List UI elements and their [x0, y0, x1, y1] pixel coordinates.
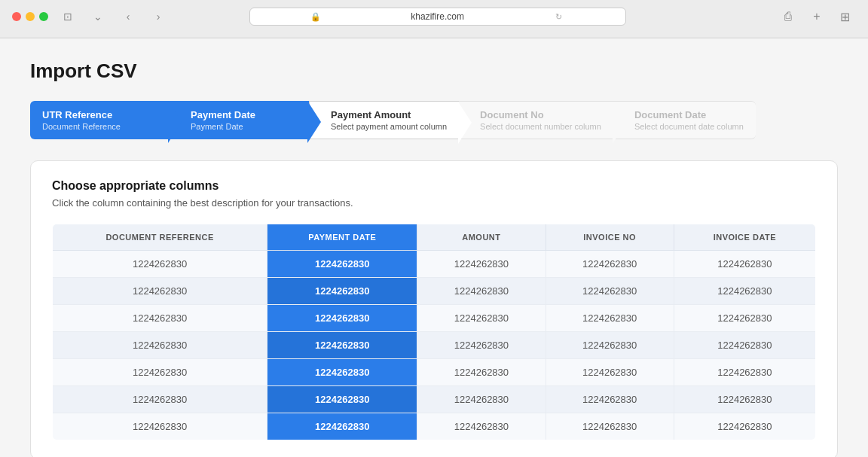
reload-icon[interactable]: ↻ — [500, 12, 617, 22]
card-title: Choose appropriate columns — [52, 179, 816, 193]
table-row: 1224262830122426283012242628301224262830… — [53, 278, 816, 305]
cell-r3-c3: 1224262830 — [546, 332, 674, 359]
table-row: 1224262830122426283012242628301224262830… — [53, 251, 816, 278]
step-label-payment-amount: Payment Amount — [331, 109, 447, 120]
card-subtitle: Click the column containing the best des… — [52, 197, 816, 209]
cell-r3-c1: 1224262830 — [267, 332, 417, 359]
step-sub-document-date: Select document date column — [634, 122, 744, 131]
cell-r0-c3: 1224262830 — [546, 251, 674, 278]
forward-button[interactable]: › — [148, 8, 169, 25]
stepper: UTR ReferenceDocument ReferencePayment D… — [30, 101, 838, 139]
table-row: 1224262830122426283012242628301224262830… — [53, 305, 816, 332]
content-card: Choose appropriate columns Click the col… — [30, 160, 838, 457]
cell-r1-c4: 1224262830 — [674, 278, 815, 305]
cell-r2-c4: 1224262830 — [674, 305, 815, 332]
close-button[interactable] — [12, 12, 21, 21]
cell-r3-c2: 1224262830 — [417, 332, 546, 359]
address-bar[interactable]: 🔒 khazifire.com ↻ — [249, 8, 626, 26]
page-title: Import CSV — [30, 59, 838, 83]
col-header-doc-ref[interactable]: DOCUMENT REFERENCE — [53, 224, 267, 251]
cell-r6-c2: 1224262830 — [417, 413, 546, 440]
cell-r2-c0: 1224262830 — [53, 305, 267, 332]
cell-r4-c3: 1224262830 — [546, 359, 674, 386]
cell-r4-c1: 1224262830 — [267, 359, 417, 386]
cell-r5-c0: 1224262830 — [53, 386, 267, 413]
fullscreen-button[interactable] — [39, 12, 48, 21]
step-sub-document-no: Select document number column — [480, 122, 601, 131]
step-label-payment-date: Payment Date — [191, 109, 297, 120]
browser-chrome: ⊡ ⌄ ‹ › 🔒 khazifire.com ↻ ⎙ + ⊞ — [0, 0, 868, 38]
tab-grid-button[interactable]: ⊞ — [835, 8, 856, 25]
step-sub-payment-amount: Select payment amount column — [331, 122, 447, 131]
share-button[interactable]: ⎙ — [778, 8, 799, 25]
cell-r4-c4: 1224262830 — [674, 359, 815, 386]
cell-r6-c0: 1224262830 — [53, 413, 267, 440]
cell-r6-c4: 1224262830 — [674, 413, 815, 440]
data-table: DOCUMENT REFERENCEPAYMENT DATEAMOUNTINVO… — [52, 224, 816, 440]
cell-r1-c3: 1224262830 — [546, 278, 674, 305]
col-header-invoice-no[interactable]: INVOICE NO — [546, 224, 674, 251]
table-row: 1224262830122426283012242628301224262830… — [53, 359, 816, 386]
minimize-button[interactable] — [26, 12, 35, 21]
step-sub-payment-date: Payment Date — [191, 122, 297, 131]
tab-dropdown[interactable]: ⌄ — [87, 8, 108, 25]
cell-r2-c3: 1224262830 — [546, 305, 674, 332]
table-row: 1224262830122426283012242628301224262830… — [53, 413, 816, 440]
cell-r0-c1: 1224262830 — [267, 251, 417, 278]
cell-r6-c1: 1224262830 — [267, 413, 417, 440]
step-utr-reference[interactable]: UTR ReferenceDocument Reference — [30, 101, 170, 139]
cell-r2-c1: 1224262830 — [267, 305, 417, 332]
step-label-document-no: Document No — [480, 109, 601, 120]
cell-r1-c0: 1224262830 — [53, 278, 267, 305]
cell-r6-c3: 1224262830 — [546, 413, 674, 440]
cell-r0-c0: 1224262830 — [53, 251, 267, 278]
table-row: 1224262830122426283012242628301224262830… — [53, 386, 816, 413]
url-text: khazifire.com — [379, 11, 496, 22]
traffic-lights — [12, 12, 48, 21]
step-label-document-date: Document Date — [634, 109, 744, 120]
cell-r5-c4: 1224262830 — [674, 386, 815, 413]
col-header-invoice-date[interactable]: INVOICE DATE — [674, 224, 815, 251]
page-content: Import CSV UTR ReferenceDocument Referen… — [0, 38, 868, 457]
col-header-amount[interactable]: AMOUNT — [417, 224, 546, 251]
cell-r5-c3: 1224262830 — [546, 386, 674, 413]
step-document-date: Document DateSelect document date column — [613, 101, 756, 139]
step-sub-utr-reference: Document Reference — [42, 122, 157, 131]
new-tab-button[interactable]: + — [806, 8, 827, 25]
cell-r4-c2: 1224262830 — [417, 359, 546, 386]
cell-r0-c2: 1224262830 — [417, 251, 546, 278]
toolbar-right: ⎙ + ⊞ — [778, 8, 856, 25]
cell-r5-c1: 1224262830 — [267, 386, 417, 413]
cell-r3-c4: 1224262830 — [674, 332, 815, 359]
cell-r5-c2: 1224262830 — [417, 386, 546, 413]
cell-r3-c0: 1224262830 — [53, 332, 267, 359]
col-header-payment-date[interactable]: PAYMENT DATE — [267, 224, 417, 251]
step-payment-date[interactable]: Payment DatePayment Date — [170, 101, 309, 139]
cell-r4-c0: 1224262830 — [53, 359, 267, 386]
cell-r0-c4: 1224262830 — [674, 251, 815, 278]
cell-r2-c2: 1224262830 — [417, 305, 546, 332]
step-label-utr-reference: UTR Reference — [42, 109, 157, 120]
cell-r1-c2: 1224262830 — [417, 278, 546, 305]
table-row: 1224262830122426283012242628301224262830… — [53, 332, 816, 359]
cell-r1-c1: 1224262830 — [267, 278, 417, 305]
sidebar-toggle[interactable]: ⊡ — [57, 8, 78, 25]
step-payment-amount[interactable]: Payment AmountSelect payment amount colu… — [309, 101, 459, 139]
step-document-no: Document NoSelect document number column — [459, 101, 613, 139]
back-button[interactable]: ‹ — [118, 8, 139, 25]
